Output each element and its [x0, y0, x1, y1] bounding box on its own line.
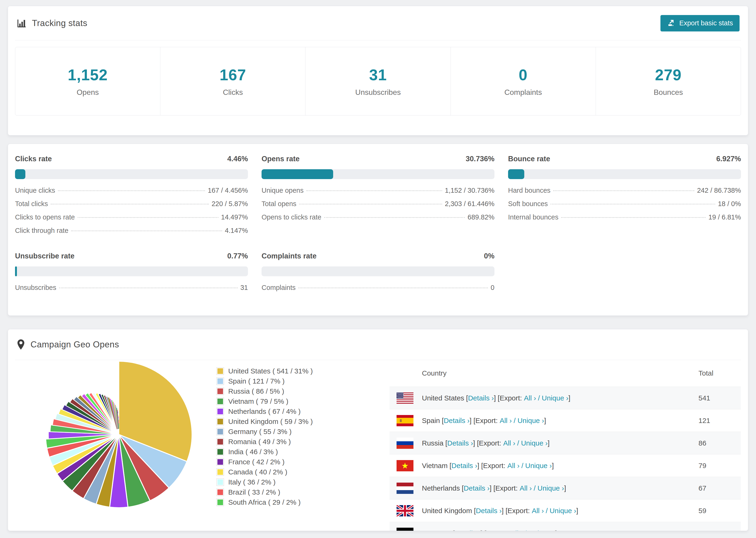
export-all-link[interactable]: All › [511, 529, 523, 531]
export-unique-link[interactable]: Unique › [517, 417, 544, 425]
legend-item: Netherlands ( 67 / 4% ) [216, 406, 313, 416]
bracket: [ [474, 507, 476, 515]
bracket: ] [473, 439, 475, 447]
export-prefix: [Export: [477, 439, 503, 447]
rate-title: Bounce rate [508, 155, 550, 163]
legend-swatch [216, 408, 224, 415]
bracket: [ [462, 484, 464, 492]
tracking-stats-card: Tracking stats Export basic stats 1,152O… [8, 6, 748, 135]
export-basic-stats-button[interactable]: Export basic stats [661, 15, 739, 31]
legend-item: India ( 46 / 3% ) [216, 447, 313, 457]
bracket: ] [494, 394, 496, 402]
dotted-leader [553, 190, 694, 191]
legend-swatch [216, 398, 224, 405]
details-link[interactable]: Details › [452, 462, 477, 470]
total-cell: 67 [698, 484, 741, 492]
export-unique-link[interactable]: Unique › [542, 394, 568, 402]
country-name: Netherlands [422, 484, 460, 492]
legend-label: Russia ( 86 / 5% ) [228, 387, 284, 395]
rate-detail-row: Unique opens1,152 / 30.736% [261, 187, 495, 194]
rate-value: 0.77% [227, 252, 248, 260]
legend-swatch [216, 458, 224, 466]
stat-value: 167 [220, 66, 246, 84]
legend-label: Canada ( 40 / 2% ) [228, 468, 287, 476]
rates-card: Clicks rate4.46%Unique clicks167 / 4.456… [8, 144, 748, 316]
details-link[interactable]: Details › [455, 529, 481, 531]
legend-item: United States ( 541 / 31% ) [216, 366, 313, 376]
bracket: ] [469, 417, 471, 425]
export-prefix: [Export: [484, 529, 511, 531]
rate-value: 0% [484, 252, 495, 260]
table-row-es: Spain[Details ›][Export: All ›/Unique ›]… [390, 409, 741, 432]
bracket: [ [453, 529, 455, 531]
legend-swatch [216, 499, 224, 506]
export-all-link[interactable]: All › [532, 507, 544, 515]
export-all-link[interactable]: All › [519, 484, 532, 492]
es-flag-icon [397, 415, 413, 426]
rate-section-clicks-rate: Clicks rate4.46%Unique clicks167 / 4.456… [15, 155, 248, 235]
progress-bar [15, 266, 248, 276]
slash-separator: / [514, 417, 515, 425]
rate-value: 4.46% [227, 155, 248, 163]
details-link[interactable]: Details › [444, 417, 469, 425]
legend-label: Netherlands ( 67 / 4% ) [228, 407, 300, 415]
bracket: ] [576, 507, 578, 515]
country-cell: Vietnam[Details ›][Export: All ›/Unique … [422, 462, 698, 470]
legend-item: Canada ( 40 / 2% ) [216, 467, 313, 477]
export-unique-link[interactable]: Unique › [528, 529, 555, 531]
export-all-link[interactable]: All › [503, 439, 515, 447]
bracket: ] [502, 507, 504, 515]
bracket: ] [552, 462, 554, 470]
export-all-link[interactable]: All › [507, 462, 519, 470]
legend-label: France ( 42 / 2% ) [228, 458, 285, 466]
rate-detail-row: Total opens2,303 / 61.446% [261, 200, 495, 208]
legend-swatch [216, 478, 224, 486]
export-unique-link[interactable]: Unique › [550, 507, 576, 515]
progress-bar [508, 169, 741, 179]
details-link[interactable]: Details › [464, 484, 490, 492]
rate-detail-label: Total opens [261, 200, 296, 208]
rate-detail-label: Unique opens [261, 187, 303, 194]
stat-value: 31 [369, 66, 387, 84]
export-prefix: [Export: [506, 507, 532, 515]
legend-label: United Kingdom ( 59 / 3% ) [228, 418, 313, 426]
bar-chart-icon [17, 18, 27, 28]
stat-label: Opens [77, 88, 99, 97]
rate-detail-value: 31 [241, 284, 248, 292]
geo-opens-pie-chart [41, 357, 196, 512]
rate-title: Unsubscribe rate [15, 252, 75, 260]
rate-detail-row: Opens to clicks rate689.82% [261, 213, 495, 221]
rate-title: Clicks rate [15, 155, 52, 163]
total-cell: 121 [698, 417, 741, 425]
stat-label: Unsubscribes [355, 88, 401, 97]
bracket: ] [564, 484, 566, 492]
country-column-header: Country [390, 369, 698, 377]
nl-flag [397, 483, 413, 494]
legend-item: Spain ( 121 / 7% ) [216, 376, 313, 386]
details-link[interactable]: Details › [447, 439, 473, 447]
rate-section-complaints-rate: Complaints rate0%Complaints0 [261, 252, 495, 292]
bracket: ] [481, 529, 482, 531]
total-cell: 59 [698, 507, 741, 515]
export-unique-link[interactable]: Unique › [537, 484, 564, 492]
slash-separator: / [524, 529, 526, 531]
bracket: ] [477, 462, 479, 470]
country-cell: Netherlands[Details ›][Export: All ›/Uni… [422, 484, 698, 492]
legend-label: Germany ( 55 / 3% ) [228, 428, 292, 436]
export-all-link[interactable]: All › [500, 417, 512, 425]
total-cell: 55 [698, 529, 741, 531]
details-link[interactable]: Details › [468, 394, 494, 402]
rate-section-opens-rate: Opens rate30.736%Unique opens1,152 / 30.… [261, 155, 495, 235]
bracket: ] [568, 394, 570, 402]
slash-separator: / [538, 394, 540, 402]
export-prefix: [Export: [493, 484, 519, 492]
export-all-link[interactable]: All › [524, 394, 536, 402]
rate-section-unsubscribe-rate: Unsubscribe rate0.77%Unsubscribes31 [15, 252, 248, 292]
country-cell: Germany[Details ›][Export: All ›/Unique … [422, 529, 698, 531]
export-unique-link[interactable]: Unique › [521, 439, 548, 447]
dotted-leader [561, 217, 706, 218]
details-link[interactable]: Details › [476, 507, 502, 515]
export-unique-link[interactable]: Unique › [525, 462, 552, 470]
stat-cell-complaints: 0Complaints [451, 47, 596, 115]
progress-bar-fill [15, 169, 26, 179]
